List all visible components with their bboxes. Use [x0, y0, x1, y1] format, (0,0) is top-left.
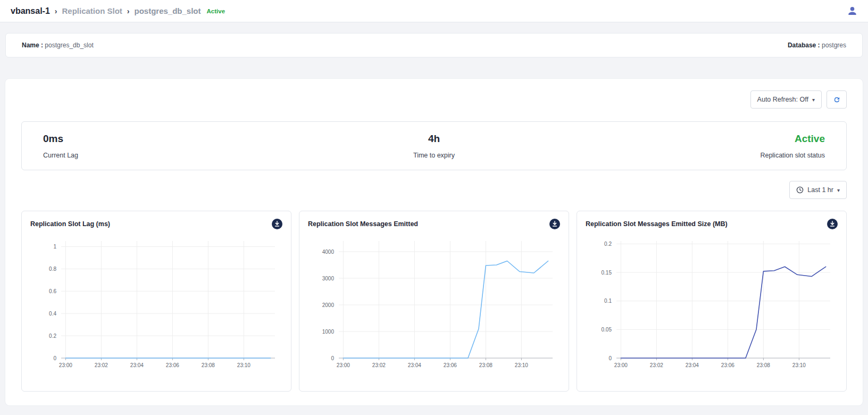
auto-refresh-label: Auto Refresh: Off — [757, 96, 808, 103]
stat-time-to-expiry: 4h Time to expiry — [304, 133, 564, 159]
svg-text:23:08: 23:08 — [479, 362, 493, 368]
summary-stats: 0ms Current Lag 4h Time to expiry Active… — [21, 121, 847, 170]
chart-title: Replication Slot Lag (ms) — [30, 220, 110, 228]
slot-name-value: postgres_db_slot — [45, 42, 93, 49]
metrics-panel: Auto Refresh: Off ▾ 0ms Current Lag 4h T… — [5, 79, 863, 405]
auto-refresh-dropdown[interactable]: Auto Refresh: Off ▾ — [750, 90, 822, 109]
svg-text:0.2: 0.2 — [604, 241, 612, 247]
charts-row: Replication Slot Lag (ms) 00.20.40.60.81… — [21, 211, 847, 392]
slot-name-label: Name : — [22, 42, 43, 49]
breadcrumb-current-slot: postgres_db_slot — [135, 6, 201, 15]
user-avatar-icon[interactable] — [847, 6, 857, 16]
svg-text:23:02: 23:02 — [650, 362, 663, 368]
svg-text:23:06: 23:06 — [166, 362, 179, 368]
stat-slot-status: Active Replication slot status — [564, 133, 825, 159]
svg-text:0: 0 — [608, 355, 612, 361]
svg-text:23:04: 23:04 — [130, 362, 144, 368]
download-icon[interactable] — [549, 219, 560, 229]
svg-text:23:08: 23:08 — [202, 362, 215, 368]
time-range-dropdown[interactable]: Last 1 hr ▾ — [789, 181, 847, 199]
svg-text:23:00: 23:00 — [59, 362, 72, 368]
breadcrumb-cluster-link[interactable]: vbansal-1 — [11, 6, 50, 16]
chart-header: Replication Slot Messages Emitted Size (… — [586, 219, 838, 229]
refresh-button[interactable] — [827, 90, 847, 109]
svg-text:0.8: 0.8 — [49, 266, 56, 272]
refresh-icon — [833, 96, 841, 104]
download-icon[interactable] — [272, 219, 282, 229]
svg-text:23:00: 23:00 — [337, 362, 350, 368]
slot-name-field: Name : postgres_db_slot — [22, 42, 94, 49]
svg-text:0.05: 0.05 — [602, 327, 612, 333]
breadcrumb-section-link[interactable]: Replication Slot — [62, 6, 122, 15]
slot-status-badge: Active — [207, 8, 226, 14]
clock-icon — [796, 186, 804, 194]
svg-text:0.15: 0.15 — [602, 270, 612, 276]
chevron-right-icon: › — [127, 7, 130, 15]
breadcrumb: vbansal-1 › Replication Slot › postgres_… — [11, 6, 225, 16]
stat-label: Current Lag — [43, 152, 304, 159]
svg-text:0.4: 0.4 — [49, 311, 56, 317]
stat-value: Active — [564, 133, 825, 145]
svg-text:23:10: 23:10 — [792, 362, 806, 368]
svg-text:23:00: 23:00 — [614, 362, 628, 368]
slot-info-bar: Name : postgres_db_slot Database : postg… — [5, 33, 863, 57]
svg-text:0.1: 0.1 — [604, 298, 612, 304]
chart-header: Replication Slot Messages Emitted — [308, 219, 560, 229]
svg-text:4000: 4000 — [322, 249, 335, 255]
svg-text:23:08: 23:08 — [757, 362, 770, 368]
stat-value: 0ms — [43, 133, 304, 145]
svg-text:1000: 1000 — [322, 329, 335, 335]
chevron-down-icon: ▾ — [812, 97, 815, 103]
svg-text:2000: 2000 — [322, 302, 335, 308]
svg-text:23:06: 23:06 — [444, 362, 457, 368]
svg-text:23:10: 23:10 — [237, 362, 251, 368]
svg-text:23:02: 23:02 — [95, 362, 108, 368]
svg-text:0: 0 — [53, 355, 56, 361]
download-icon[interactable] — [827, 219, 838, 229]
time-range-label: Last 1 hr — [807, 186, 833, 194]
stat-label: Replication slot status — [564, 152, 825, 159]
chevron-right-icon: › — [55, 7, 57, 15]
line-chart: 00.20.40.60.8123:0023:0223:0423:0623:082… — [30, 234, 282, 375]
svg-text:0.2: 0.2 — [49, 333, 56, 339]
svg-text:3000: 3000 — [322, 276, 335, 281]
line-chart: 00.050.10.150.223:0023:0223:0423:0623:08… — [586, 234, 838, 375]
top-nav-bar: vbansal-1 › Replication Slot › postgres_… — [0, 0, 868, 22]
svg-text:23:04: 23:04 — [408, 362, 421, 368]
refresh-toolbar: Auto Refresh: Off ▾ — [21, 90, 847, 109]
svg-text:23:04: 23:04 — [686, 362, 699, 368]
slot-database-label: Database : — [788, 42, 820, 49]
svg-text:1: 1 — [53, 244, 56, 250]
stat-value: 4h — [304, 133, 564, 145]
time-range-toolbar: Last 1 hr ▾ — [21, 181, 847, 199]
chart-title: Replication Slot Messages Emitted — [308, 220, 418, 228]
line-chart: 0100020003000400023:0023:0223:0423:0623:… — [308, 234, 560, 375]
svg-text:0: 0 — [331, 355, 334, 361]
chart-card-messages-emitted: Replication Slot Messages Emitted 010002… — [299, 211, 569, 392]
svg-text:23:02: 23:02 — [372, 362, 386, 368]
svg-text:0.6: 0.6 — [49, 288, 56, 294]
slot-database-value: postgres — [822, 42, 846, 49]
chart-card-messages-emitted-size: Replication Slot Messages Emitted Size (… — [577, 211, 847, 392]
chart-header: Replication Slot Lag (ms) — [30, 219, 282, 229]
chart-title: Replication Slot Messages Emitted Size (… — [586, 220, 728, 228]
stat-current-lag: 0ms Current Lag — [43, 133, 304, 159]
chevron-down-icon: ▾ — [837, 187, 840, 193]
slot-database-field: Database : postgres — [788, 42, 846, 49]
stat-label: Time to expiry — [304, 152, 564, 159]
chart-card-replication-lag: Replication Slot Lag (ms) 00.20.40.60.81… — [21, 211, 291, 392]
svg-text:23:10: 23:10 — [515, 362, 528, 368]
svg-text:23:06: 23:06 — [721, 362, 735, 368]
